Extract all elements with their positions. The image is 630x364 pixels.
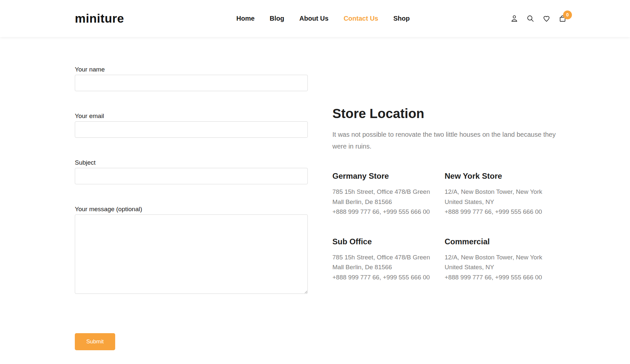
cart-badge: 0 [563,10,572,19]
email-label: Your email [75,112,308,120]
name-input[interactable] [75,75,308,91]
subject-input[interactable] [75,168,308,184]
search-icon[interactable] [526,14,535,23]
main-nav: Home Blog About Us Contact Us Shop [236,15,410,22]
store-phone: +888 999 777 66, +999 555 666 00 [445,273,564,283]
cart-icon[interactable]: 0 [558,14,567,23]
account-icon[interactable] [510,14,519,23]
store-card-new-york: New York Store 12/A, New Boston Tower, N… [445,171,564,217]
site-header: miniture Home Blog About Us Contact Us S… [0,0,630,37]
store-location-description: It was not possible to renovate the two … [332,129,564,152]
store-address: 12/A, New Boston Tower, New York United … [445,253,564,283]
subject-label: Subject [75,159,308,167]
address-line: United States, NY [445,262,564,273]
store-grid: Germany Store 785 15h Street, Office 478… [332,171,564,282]
address-line: 785 15h Street, Office 478/B Green [332,253,445,263]
subject-field-group: Subject [75,159,308,184]
store-card-commercial: Commercial 12/A, New Boston Tower, New Y… [445,237,564,283]
store-phone: +888 999 777 66, +999 555 666 00 [445,207,564,217]
store-location-section: Store Location It was not possible to re… [332,66,564,350]
submit-button[interactable]: Submit [75,333,115,350]
email-field-group: Your email [75,112,308,138]
address-line: 12/A, New Boston Tower, New York [445,253,564,263]
store-name: Commercial [445,237,564,247]
address-line: 785 15h Street, Office 478/B Green [332,187,445,197]
nav-item-home[interactable]: Home [236,15,255,22]
nav-item-about-us[interactable]: About Us [299,15,328,22]
logo[interactable]: miniture [75,12,124,26]
store-card-germany: Germany Store 785 15h Street, Office 478… [332,171,445,217]
email-input[interactable] [75,121,308,138]
store-name: Germany Store [332,171,445,181]
message-textarea[interactable] [75,214,308,294]
store-address: 785 15h Street, Office 478/B Green Mall … [332,253,445,283]
nav-item-shop[interactable]: Shop [393,15,410,22]
name-field-group: Your name [75,66,308,91]
store-card-sub-office: Sub Office 785 15h Street, Office 478/B … [332,237,445,283]
address-line: United States, NY [445,197,564,207]
store-address: 12/A, New Boston Tower, New York United … [445,187,564,217]
nav-item-contact-us[interactable]: Contact Us [344,15,378,22]
address-line: Mall Berlin, De 81566 [332,262,445,273]
nav-item-blog[interactable]: Blog [270,15,284,22]
store-location-title: Store Location [332,106,564,121]
store-name: New York Store [445,171,564,181]
store-phone: +888 999 777 66, +999 555 666 00 [332,207,445,217]
store-address: 785 15h Street, Office 478/B Green Mall … [332,187,445,217]
name-label: Your name [75,66,308,73]
main-content: Your name Your email Subject Your messag… [0,37,630,350]
store-name: Sub Office [332,237,445,247]
address-line: 12/A, New Boston Tower, New York [445,187,564,197]
contact-form: Your name Your email Subject Your messag… [75,66,308,350]
address-line: Mall Berlin, De 81566 [332,197,445,207]
store-phone: +888 999 777 66, +999 555 666 00 [332,273,445,283]
header-icons: 0 [510,14,567,23]
message-label: Your message (optional) [75,205,308,213]
message-field-group: Your message (optional) [75,205,308,295]
wishlist-icon[interactable] [542,14,551,23]
